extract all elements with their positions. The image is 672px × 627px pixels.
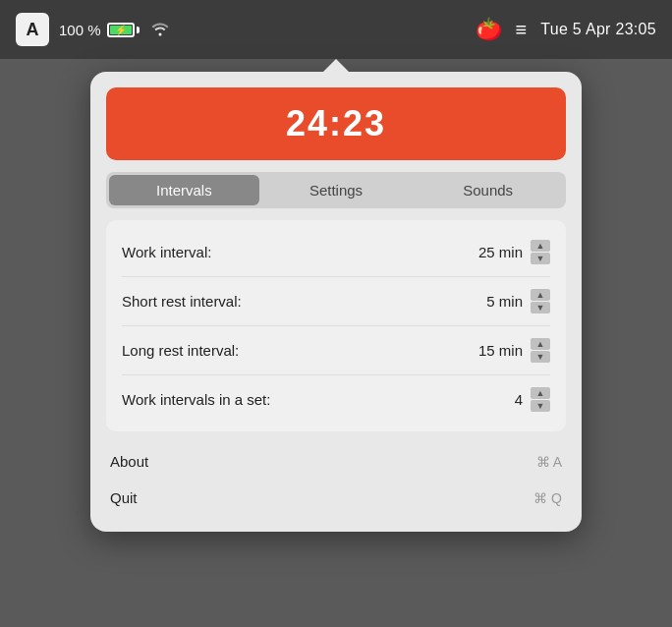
interval-row-short-rest: Short rest interval: 5 min ▲ ▼	[122, 277, 550, 326]
menu-icon[interactable]: ≡	[516, 19, 528, 41]
menubar: A 100 % ⚡ 🍅 ≡ Tue 5 Apr 23:05	[0, 0, 672, 59]
menu-item-about-shortcut: ⌘ A	[536, 454, 562, 470]
battery-bolt-icon: ⚡	[115, 25, 127, 35]
stepper-up-set[interactable]: ▲	[531, 387, 550, 399]
popup-arrow	[322, 59, 350, 73]
interval-label-set: Work intervals in a set:	[122, 391, 270, 408]
interval-value-work: 25 min	[478, 244, 523, 260]
menu-items: About ⌘ A Quit ⌘ Q	[106, 443, 566, 516]
interval-label-work: Work interval:	[122, 244, 211, 260]
menu-item-quit-label: Quit	[110, 489, 138, 506]
interval-value-container-set: 4 ▲ ▼	[515, 387, 550, 412]
stepper-up-work[interactable]: ▲	[531, 240, 550, 252]
timer-value: 24:23	[286, 103, 386, 143]
interval-label-short-rest: Short rest interval:	[122, 293, 242, 310]
menubar-left: A 100 % ⚡	[16, 13, 171, 46]
stepper-work[interactable]: ▲ ▼	[531, 240, 550, 264]
interval-row-long-rest: Long rest interval: 15 min ▲ ▼	[122, 326, 550, 375]
interval-value-short-rest: 5 min	[486, 293, 523, 310]
intervals-panel: Work interval: 25 min ▲ ▼ Short rest int…	[106, 220, 566, 431]
menu-item-about-label: About	[110, 453, 148, 470]
stepper-short-rest[interactable]: ▲ ▼	[531, 289, 550, 314]
wifi-icon	[149, 19, 171, 41]
menu-item-quit[interactable]: Quit ⌘ Q	[106, 480, 566, 516]
stepper-down-set[interactable]: ▼	[531, 400, 550, 412]
interval-value-container-short-rest: 5 min ▲ ▼	[486, 289, 550, 314]
tab-sounds[interactable]: Sounds	[413, 175, 563, 205]
stepper-up-long-rest[interactable]: ▲	[531, 338, 550, 350]
battery-tip	[137, 27, 140, 33]
menu-item-about[interactable]: About ⌘ A	[106, 443, 566, 480]
timer-display[interactable]: 24:23	[106, 87, 566, 160]
interval-label-long-rest: Long rest interval:	[122, 342, 239, 359]
interval-value-container-long-rest: 15 min ▲ ▼	[478, 338, 550, 363]
stepper-down-long-rest[interactable]: ▼	[531, 351, 550, 363]
tab-settings[interactable]: Settings	[261, 175, 412, 205]
battery-container: 100 % ⚡	[59, 22, 140, 38]
battery-body: ⚡	[107, 23, 135, 37]
menubar-right: 🍅 ≡ Tue 5 Apr 23:05	[476, 17, 656, 42]
pomodoro-icon[interactable]: 🍅	[476, 17, 502, 42]
keyboard-indicator: A	[16, 13, 49, 46]
interval-row-work: Work interval: 25 min ▲ ▼	[122, 228, 550, 277]
battery-percent-label: 100 %	[59, 22, 101, 38]
stepper-set[interactable]: ▲ ▼	[531, 387, 550, 412]
stepper-long-rest[interactable]: ▲ ▼	[531, 338, 550, 363]
battery-icon: ⚡	[107, 23, 140, 37]
interval-value-set: 4	[515, 391, 523, 408]
interval-row-set: Work intervals in a set: 4 ▲ ▼	[122, 375, 550, 424]
stepper-down-short-rest[interactable]: ▼	[531, 302, 550, 314]
stepper-down-work[interactable]: ▼	[531, 253, 550, 264]
popup: 24:23 Intervals Settings Sounds Work int…	[90, 72, 582, 532]
interval-value-long-rest: 15 min	[478, 342, 523, 359]
stepper-up-short-rest[interactable]: ▲	[531, 289, 550, 301]
menubar-time: Tue 5 Apr 23:05	[540, 21, 656, 38]
tab-bar: Intervals Settings Sounds	[106, 172, 566, 208]
interval-value-container-work: 25 min ▲ ▼	[478, 240, 550, 264]
menu-item-quit-shortcut: ⌘ Q	[533, 490, 562, 506]
tab-intervals[interactable]: Intervals	[109, 175, 259, 205]
